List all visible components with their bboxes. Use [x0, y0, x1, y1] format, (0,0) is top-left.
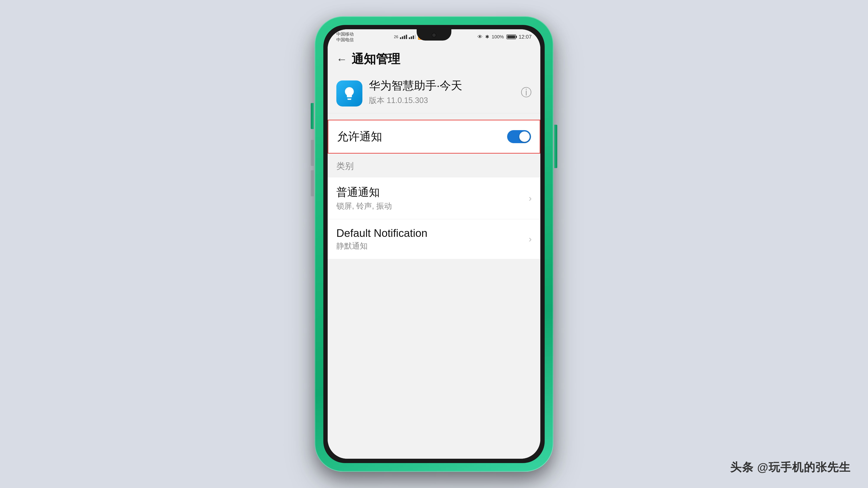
header-bar: ← 通知管理 [328, 44, 540, 72]
category-section: 类别 [328, 154, 540, 174]
category-label: 类别 [336, 161, 354, 171]
back-button[interactable]: ← [336, 54, 347, 65]
list-item-title-2: Default Notification [336, 227, 529, 239]
signal-bars [400, 35, 407, 39]
chevron-right-icon-1: › [529, 193, 532, 203]
watermark: 头条 @玩手机的张先生 [730, 460, 850, 475]
carrier2-label: 中国电信 [336, 37, 354, 42]
screen-bezel: 中国移动 中国电信 26 📶 87 B/s 👁 ✱ [323, 25, 545, 463]
toggle-knob [519, 131, 530, 142]
page-title: 通知管理 [351, 51, 400, 67]
notifications-toggle[interactable] [507, 130, 531, 143]
list-item-2[interactable]: Default Notification 静默通知 › [328, 219, 540, 259]
list-item-subtitle-1: 锁屏, 铃声, 振动 [336, 201, 529, 212]
allow-notifications-label: 允许通知 [337, 129, 382, 144]
time-display: 12:07 [519, 34, 532, 40]
list-item-title-1: 普通通知 [336, 185, 529, 199]
info-icon[interactable]: ⓘ [521, 85, 532, 100]
phone-shell: 中国移动 中国电信 26 📶 87 B/s 👁 ✱ [315, 16, 553, 472]
lightbulb-icon [342, 86, 357, 101]
battery-percent: 100% [492, 34, 504, 40]
notch [416, 29, 452, 40]
app-info-section: 华为智慧助手·今天 版本 11.0.15.303 ⓘ [328, 72, 540, 113]
battery-indicator [506, 34, 516, 39]
list-item-content-2: Default Notification 静默通知 [336, 227, 529, 251]
bluetooth-icon: ✱ [485, 34, 489, 40]
app-details: 华为智慧助手·今天 版本 11.0.15.303 [369, 78, 514, 106]
carrier-info: 中国移动 中国电信 [336, 31, 354, 42]
notification-list: 普通通知 锁屏, 铃声, 振动 › Default Notification 静… [328, 177, 540, 259]
carrier1-label: 中国移动 [336, 31, 354, 37]
list-item-content-1: 普通通知 锁屏, 铃声, 振动 [336, 185, 529, 212]
signal-label: 26 [394, 35, 398, 39]
screen: 中国移动 中国电信 26 📶 87 B/s 👁 ✱ [328, 29, 540, 459]
list-item-subtitle-2: 静默通知 [336, 241, 529, 251]
screen-content: ← 通知管理 华为智慧助手·今天 版本 11.0.15.303 [328, 44, 540, 459]
allow-notifications-row[interactable]: 允许通知 [328, 120, 540, 154]
list-item[interactable]: 普通通知 锁屏, 铃声, 振动 › [328, 177, 540, 219]
app-icon [336, 80, 362, 106]
eye-icon: 👁 [477, 34, 483, 40]
signal-bars-2 [409, 35, 416, 39]
chevron-right-icon-2: › [529, 234, 532, 244]
app-name: 华为智慧助手·今天 [369, 78, 514, 93]
status-right: 👁 ✱ 100% 12:07 [477, 34, 532, 40]
camera-dot [432, 33, 436, 37]
app-version: 版本 11.0.15.303 [369, 95, 514, 106]
